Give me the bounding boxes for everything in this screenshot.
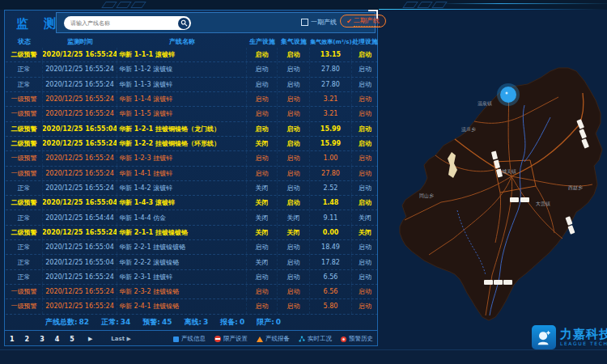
table-row[interactable]: 一级预警 2020/12/25 16:55:24 华新 2-4-1 挂镀镍铬 启…	[6, 299, 378, 314]
table-row[interactable]: 一级预警 2020/12/25 16:55:24 华新 1-2-3 挂镀锌 启动…	[6, 151, 378, 166]
search-box	[64, 16, 191, 30]
table-row[interactable]: 正常 2020/12/25 16:55:04 华新 2-2-2 滚镀镍铬 关闭 …	[6, 255, 378, 269]
table-row[interactable]: 正常 2020/12/25 16:55:24 华新 1-4-2 滚镀锌 关闭 启…	[6, 181, 378, 196]
cell-prod: 关闭	[247, 210, 278, 224]
page-button-3[interactable]: 3	[40, 336, 45, 343]
limit-production-icon	[214, 336, 221, 342]
map-marker[interactable]	[497, 83, 520, 106]
phase2-toggle-button[interactable]: ✔ 二期产线	[340, 15, 386, 28]
cell-eff: 5.80	[310, 299, 352, 313]
cell-time: 2020/12/25 16:55:24	[43, 48, 117, 61]
cell-eff: 27.80	[310, 78, 352, 91]
cell-time: 2020/12/25 16:55:24	[43, 285, 117, 298]
cell-prod: 启动	[247, 285, 278, 298]
cell-gas: 启动	[278, 270, 310, 284]
cell-treat: 启动	[352, 240, 378, 254]
cell-gas: 启动	[278, 137, 310, 150]
town-label: 大营镇	[536, 201, 550, 207]
cell-treat: 启动	[352, 122, 378, 136]
cell-treat: 启动	[352, 137, 378, 150]
cell-gas: 启动	[278, 255, 310, 269]
cell-time: 2020/12/25 16:55:04	[43, 255, 117, 269]
table-row[interactable]: 一级预警 2020/12/25 16:55:24 华新 1-4-1 挂镀锌 启动…	[6, 167, 378, 181]
cell-prod: 启动	[247, 240, 278, 254]
cell-time: 2020/12/25 16:55:24	[43, 62, 117, 76]
legend-line-info[interactable]: 产线信息	[173, 335, 206, 343]
table-row[interactable]: 二级预警 2020/12/25 16:55:24 华新 1-1-1 滚镀锌 启动…	[6, 48, 378, 62]
search-button[interactable]	[178, 18, 189, 29]
cell-time: 2020/12/25 16:55:04	[43, 122, 117, 136]
town-label: 城关镇	[502, 168, 516, 174]
table-row[interactable]: 二级预警 2020/12/25 16:55:04 华新 1-4-3 滚镀锌 关闭…	[6, 196, 378, 210]
page-button-4[interactable]: 4	[55, 336, 60, 343]
map[interactable]: 温泉镇 流庄乡 城关镇 西赵乡 同山乡 大营镇	[379, 10, 607, 364]
legend-limit-production[interactable]: 限产设置	[214, 335, 248, 343]
legend-realtime-status[interactable]: 实时工况	[299, 335, 332, 343]
table-row[interactable]: 正常 2020/12/25 16:55:24 华新 1-1-2 滚镀镍 启动 启…	[6, 62, 378, 77]
cell-status: 二级预警	[6, 196, 43, 210]
cell-name: 华新 1-4-4 仿金	[117, 210, 247, 224]
summary-item: 预警:45	[142, 317, 172, 328]
cell-eff: 17.82	[310, 255, 352, 269]
last-page-button[interactable]: Last ▶	[111, 336, 131, 342]
cell-prod: 关闭	[247, 137, 278, 150]
cell-treat: 启动	[352, 151, 378, 165]
page-button-1[interactable]: 1	[10, 336, 15, 343]
cell-status: 正常	[6, 181, 43, 195]
legend-line-report[interactable]: 产线报备	[257, 335, 290, 343]
cell-name: 华新 1-1-1 滚镀锌	[117, 48, 247, 61]
summary-item: 产线总数:82	[45, 317, 89, 328]
table-row[interactable]: 正常 2020/12/25 16:55:04 华新 2-2-1 挂镀镍镀铬 启动…	[6, 240, 378, 255]
next-page-button[interactable]: ▶	[88, 336, 92, 342]
cell-treat: 启动	[352, 62, 378, 76]
cell-name: 华新 2-3-1 挂镀锌	[117, 270, 247, 284]
table-row[interactable]: 正常 2020/12/25 16:54:44 华新 1-4-4 仿金 关闭 关闭…	[6, 210, 378, 225]
logo-cn-text: 力嘉科技	[560, 328, 607, 341]
alarm-history-icon	[341, 336, 346, 342]
cell-gas: 启动	[278, 181, 310, 195]
brand-logo: 力嘉科技 LEAGUE TECH	[532, 325, 607, 349]
cell-prod: 启动	[247, 151, 278, 165]
cell-eff: 27.80	[310, 62, 352, 76]
cell-status: 一级预警	[6, 285, 43, 298]
page-button-5[interactable]: 5	[70, 336, 74, 343]
search-input[interactable]	[64, 20, 178, 27]
cell-status: 二级预警	[6, 137, 43, 150]
cell-eff: 15.99	[310, 122, 352, 136]
table-row[interactable]: 一级预警 2020/12/25 16:55:24 华新 1-1-4 滚镀锌 启动…	[6, 92, 378, 107]
cell-prod: 启动	[247, 167, 278, 180]
cell-prod: 关闭	[247, 196, 278, 210]
town-label: 西赵乡	[568, 184, 583, 191]
summary-bar: 产线总数:82 正常:34 预警:45 离线:3 报备:0 限产:0	[45, 317, 281, 328]
table-row[interactable]: 正常 2020/12/25 16:55:24 华新 1-1-3 滚镀锌 启动 启…	[6, 78, 378, 92]
league-tech-logo-icon	[532, 325, 556, 349]
cell-gas: 启动	[278, 78, 310, 91]
cell-status: 正常	[6, 62, 43, 76]
table-row[interactable]: 一级预警 2020/12/25 16:55:24 华新 1-1-5 滚镀锌 启动…	[6, 107, 378, 121]
cell-treat: 启动	[352, 167, 378, 180]
table-row[interactable]: 正常 2020/12/25 16:55:24 华新 2-3-1 挂镀锌 启动 启…	[6, 270, 378, 285]
cell-prod: 启动	[247, 270, 278, 284]
cell-treat: 启动	[352, 299, 378, 313]
cell-treat: 启动	[352, 285, 378, 298]
table-row[interactable]: 一级预警 2020/12/25 16:55:24 华新 2-3-2 挂镀镍铬 启…	[6, 285, 378, 299]
cell-status: 正常	[6, 240, 43, 254]
cell-name: 华新 1-2-1 挂镀铜镍铬（龙门线）	[117, 122, 247, 136]
table-row[interactable]: 二级预警 2020/12/25 16:55:04 华新 1-2-1 挂镀铜镍铬（…	[6, 122, 378, 137]
cell-status: 二级预警	[6, 48, 43, 61]
phase1-checkbox[interactable]: 一期产线	[301, 18, 337, 27]
cell-prod: 启动	[247, 92, 278, 106]
cell-treat: 启动	[352, 196, 378, 210]
cell-time: 2020/12/25 16:55:24	[43, 181, 117, 195]
cell-prod: 关闭	[247, 181, 278, 195]
page-button-2[interactable]: 2	[25, 336, 30, 343]
table-row[interactable]: 二级预警 2020/12/25 16:55:24 华新 1-2-2 挂镀铜镍铬（…	[6, 137, 378, 151]
cell-treat: 启动	[352, 181, 378, 195]
table-row[interactable]: 二级预警 2020/12/25 16:55:24 华新 2-1-1 挂镀镍镀铬 …	[6, 226, 378, 240]
search-icon	[180, 19, 188, 27]
bottom-strip	[0, 349, 607, 364]
town-label: 同山乡	[419, 193, 434, 198]
cell-treat: 关闭	[352, 226, 378, 239]
legend-alarm-history[interactable]: 预警历史	[341, 335, 373, 343]
cell-status: 二级预警	[6, 122, 43, 136]
